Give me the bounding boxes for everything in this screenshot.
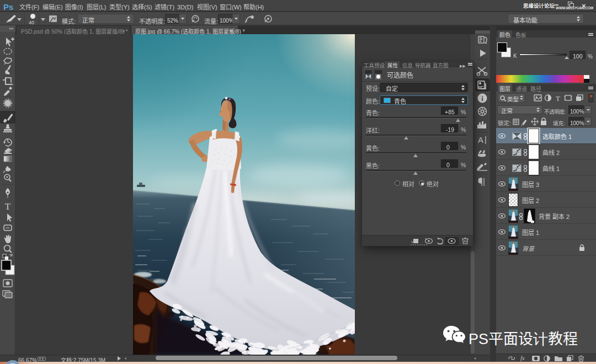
svg-text:A: A xyxy=(478,135,483,144)
svg-text:T: T xyxy=(556,94,560,103)
svg-text:T: T xyxy=(5,201,11,212)
svg-text:fx: fx xyxy=(520,355,525,361)
svg-text:i: i xyxy=(481,94,483,103)
